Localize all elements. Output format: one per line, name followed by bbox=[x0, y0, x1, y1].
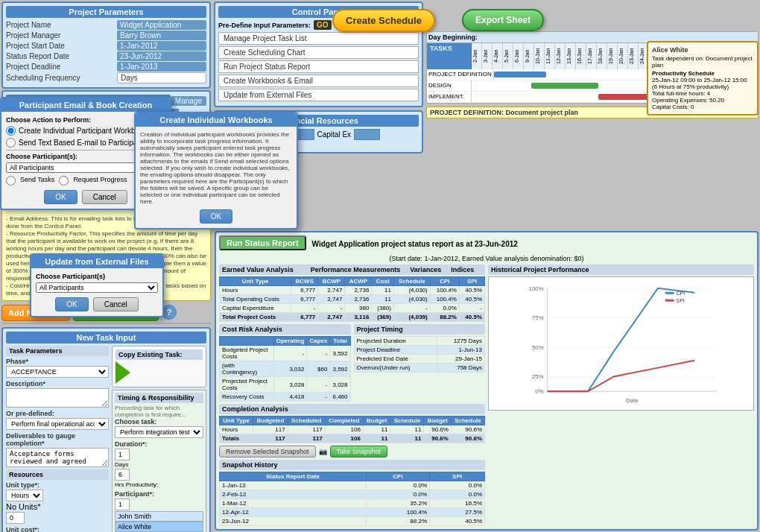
date-col: 17-Jan bbox=[586, 43, 597, 69]
alice-white-option[interactable]: Alice White bbox=[115, 522, 203, 532]
snap-spi: 0.0% bbox=[430, 490, 485, 499]
date-col: 10-Jan bbox=[534, 43, 545, 69]
timing-value: 1275 Days bbox=[437, 337, 485, 346]
request-progress-radio[interactable] bbox=[59, 176, 69, 186]
go-label: GO bbox=[314, 20, 332, 30]
snap-date: 2-Feb-12 bbox=[220, 490, 367, 499]
start-date-row: Project Start Date 1-Jan-2012 bbox=[6, 41, 206, 51]
comp-rem-budget-header: Budget bbox=[363, 417, 390, 425]
date-col: 5-Jan bbox=[503, 43, 513, 69]
gantt-task-label-2: DESIGN bbox=[427, 80, 472, 91]
john-smith-option[interactable]: John Smith bbox=[115, 511, 203, 522]
participant-email-ok-button[interactable]: OK bbox=[44, 190, 77, 204]
date-col: 11-Jan bbox=[545, 43, 555, 69]
control-panel-item-2[interactable]: Create Scheduling Chart bbox=[218, 46, 419, 59]
or-predefined-select[interactable]: Perform final operational acceptance bbox=[6, 418, 109, 430]
control-panel-item-3[interactable]: Run Project Status Report bbox=[218, 60, 419, 73]
update-external-dialog: Update from External Files Choose Partic… bbox=[30, 253, 164, 317]
phase-select[interactable]: ACCEPTANCE bbox=[6, 366, 109, 378]
timing-value: 1-Jun-13 bbox=[437, 346, 485, 355]
svg-text:50%: 50% bbox=[532, 344, 544, 351]
ev-bcwp: 2,747 bbox=[318, 295, 345, 304]
ev-type-header: Unit Type bbox=[220, 277, 291, 286]
snapshot-row[interactable]: 2-Feb-12 0.0% 0.0% bbox=[220, 490, 485, 499]
timing-header: Timing & Responsibility bbox=[115, 393, 203, 403]
date-col: 20-Jan bbox=[618, 43, 628, 69]
snapshot-row[interactable]: 12-Apr-12 100.4% 27.5% bbox=[220, 508, 485, 517]
choose-task-label: Choose task: bbox=[115, 418, 203, 425]
unit-type-label: Unit type*: bbox=[6, 481, 109, 489]
alice-operating-expenses: Operating Expenses: 50.20 bbox=[652, 97, 753, 104]
option1-radio[interactable] bbox=[6, 126, 16, 136]
cr-operating: 3,028 bbox=[273, 377, 307, 393]
completion-table: Unit Type Budgeted Scheduled Completed B… bbox=[219, 416, 485, 443]
snap-spi: 0.0% bbox=[430, 481, 485, 490]
deliverables-field: Deliverables to gauge completion* Accept… bbox=[6, 432, 109, 467]
ev-acwp: 2,736 bbox=[345, 286, 372, 295]
no-units-input[interactable] bbox=[6, 512, 25, 524]
snapshot-row[interactable]: 1-Jan-12 0.0% 0.0% bbox=[220, 481, 485, 490]
participant-email-cancel-button[interactable]: Cancel bbox=[82, 190, 127, 204]
update-external-ok-button[interactable]: OK bbox=[55, 297, 88, 311]
deadline-value: 1-Jan-2013 bbox=[117, 62, 206, 72]
timing-desc: Preceding task for which completion is f… bbox=[115, 405, 203, 418]
project-timing-table: Projected Duration 1275 Days Project Dea… bbox=[354, 336, 486, 373]
description-input[interactable] bbox=[6, 388, 109, 408]
ev-bcws: 6,777 bbox=[291, 286, 318, 295]
ev-bcwp: 2,747 bbox=[318, 313, 345, 322]
remove-snapshot-button[interactable]: Remove Selected Snapshot bbox=[219, 446, 316, 457]
comp-pct-budget-header: Budget bbox=[424, 417, 452, 425]
cpi-legend-label: CPI bbox=[677, 291, 685, 296]
spi-legend-label: SPI bbox=[677, 298, 685, 303]
send-tasks-radio[interactable] bbox=[6, 176, 16, 186]
control-panel-item-1[interactable]: Manage Project Task List bbox=[218, 32, 419, 45]
control-panel-item-5[interactable]: Update from External Files bbox=[218, 89, 419, 101]
cost-risk-section: Cost Risk Analysis Operating Capex Total bbox=[219, 324, 351, 402]
unit-cost-field: Unit cost*: bbox=[6, 526, 109, 532]
svg-text:100%: 100% bbox=[529, 285, 544, 292]
update-participants-select[interactable]: All Participants bbox=[36, 282, 158, 293]
project-params-panel: Project Parameters Project Name Widget A… bbox=[1, 1, 211, 89]
unit-type-select[interactable]: Hours bbox=[6, 490, 43, 501]
date-col: 16-Jan bbox=[576, 43, 586, 69]
hrs-input[interactable] bbox=[115, 469, 130, 481]
deliverables-input[interactable]: Acceptance forms reviewed and agreed bbox=[6, 448, 109, 467]
control-panel-item-4[interactable]: Create Workbooks & Email bbox=[218, 75, 419, 87]
gantt-bar-2 bbox=[531, 83, 598, 89]
snapshot-row[interactable]: 23-Jun-12 88.2% 40.5% bbox=[220, 517, 485, 526]
snap-spi: 40.5% bbox=[430, 517, 485, 526]
create-individual-ok-button[interactable]: OK bbox=[200, 209, 232, 224]
capital-ex-input[interactable] bbox=[354, 129, 380, 140]
create-schedule-button[interactable]: Create Schedule bbox=[332, 9, 435, 32]
status-report-section: Run Status Report Widget Application pro… bbox=[215, 231, 759, 531]
ev-schedule-val: (4,030) bbox=[393, 286, 430, 295]
snapshot-row[interactable]: 1-Mar-12 35.2% 16.5% bbox=[220, 499, 485, 508]
participant-num-input[interactable] bbox=[115, 498, 130, 510]
cr-total: 6,460 bbox=[330, 393, 350, 402]
manage-button[interactable]: Manage bbox=[171, 96, 206, 106]
ev-bcws: - bbox=[291, 304, 318, 313]
snap-cpi-header: CPI bbox=[366, 472, 429, 481]
indices-title: Indices bbox=[451, 266, 474, 273]
report-main-title: Widget Application project status report… bbox=[312, 240, 518, 248]
ev-acwp: 2,736 bbox=[345, 295, 372, 304]
cr-label: Budgeted Project Costs bbox=[220, 346, 274, 361]
participant-field: Participant*: John Smith Alice White bbox=[115, 490, 203, 532]
duration-input[interactable] bbox=[115, 449, 130, 460]
option2-radio[interactable] bbox=[6, 138, 16, 148]
take-snapshot-button[interactable]: Take Snapshot bbox=[330, 446, 388, 457]
option2-label: Send Text Based E-mail to Participant bbox=[19, 139, 144, 147]
completion-totals-row: Totals 117 117 106 11 11 90.6% 90.6% bbox=[220, 434, 485, 443]
cr-capex: - bbox=[307, 377, 330, 393]
task-table: ID Phase Task Description Dependencies &… bbox=[2, 323, 211, 324]
completion-row: Hours 117 117 106 11 11 90.6% 90.6% bbox=[220, 425, 485, 434]
request-progress-label: Request Progress bbox=[73, 176, 127, 186]
create-individual-title: Create Individual Workbooks bbox=[136, 113, 297, 127]
export-sheet-top-button[interactable]: Export Sheet bbox=[462, 9, 544, 31]
choose-task-select[interactable]: Perform integration testing bbox=[115, 426, 203, 438]
run-status-report-button[interactable]: Run Status Report bbox=[219, 235, 306, 250]
ev-cpi-val: 100.4% bbox=[430, 286, 459, 295]
update-external-cancel-button[interactable]: Cancel bbox=[93, 297, 139, 311]
ev-cost: (369) bbox=[372, 313, 393, 322]
ev-cost-header: Cost bbox=[372, 277, 393, 286]
